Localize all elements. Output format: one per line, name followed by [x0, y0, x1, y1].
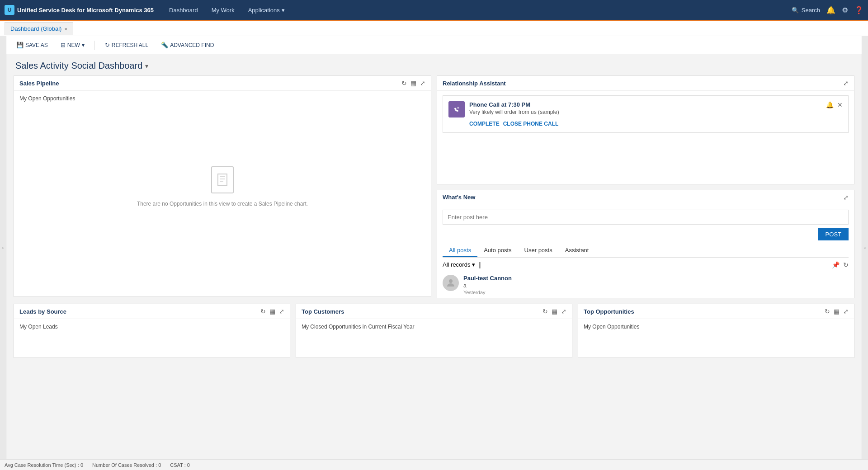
nav-applications[interactable]: Applications ▾ [242, 3, 291, 17]
bottom-row: Leads by Source ↻ ▦ ⤢ My Open Leads [14, 304, 854, 358]
opportunities-refresh-icon[interactable]: ↻ [825, 308, 830, 315]
dismiss-icon[interactable]: ✕ [837, 101, 843, 108]
relationship-assistant-title: Relationship Assistant [443, 80, 506, 87]
page-title-chevron-icon[interactable]: ▾ [145, 62, 148, 70]
customers-subtitle: My Closed Opportunities in Current Fisca… [302, 324, 566, 330]
sales-pipeline-card: Sales Pipeline ↻ ▦ ⤢ My Open Opportuniti… [14, 75, 431, 297]
sales-pipeline-chart-icon[interactable]: ▦ [410, 80, 416, 87]
leads-subtitle: My Open Leads [19, 324, 284, 330]
post-avatar-1 [443, 275, 459, 291]
nav-dashboard[interactable]: Dashboard [163, 3, 204, 17]
csat-stat: CSAT : 0 [170, 462, 190, 468]
advanced-find-button[interactable]: 🔦 ADVANCED FIND [158, 40, 217, 50]
bell-icon[interactable]: 🔔 [826, 6, 835, 14]
leads-refresh-icon[interactable]: ↻ [260, 308, 266, 315]
relationship-assistant-header: Relationship Assistant ⤢ [437, 76, 854, 91]
relationship-assistant-expand-icon[interactable]: ⤢ [843, 80, 849, 87]
filter-select-wrapper[interactable]: All records ▾ | [443, 261, 481, 268]
phone-call-card-icons: 🔔 ✕ [826, 101, 843, 127]
content-area: 💾 SAVE AS ⊞ NEW ▾ ↻ REFRESH ALL 🔦 ADVANC… [6, 36, 862, 459]
leads-by-source-title: Leads by Source [19, 308, 66, 315]
num-cases-stat: Number Of Cases Resolved : 0 [92, 462, 161, 468]
post-time-1: Yesterday [463, 290, 849, 295]
relationship-assistant-body: Phone Call at 7:30 PM Very likely will o… [437, 91, 854, 184]
filter-cursor: | [479, 261, 481, 268]
top-customers-header: Top Customers ↻ ▦ ⤢ [296, 304, 572, 319]
customers-chart-icon[interactable]: ▦ [552, 308, 557, 315]
sales-pipeline-header: Sales Pipeline ↻ ▦ ⤢ [14, 76, 431, 91]
save-icon: 💾 [16, 42, 24, 48]
tab-auto-posts[interactable]: Auto posts [477, 244, 518, 257]
leads-chart-icon[interactable]: ▦ [269, 308, 275, 315]
page-title-bar: Sales Activity Social Dashboard ▾ [6, 54, 862, 75]
filter-label: All records [443, 261, 470, 268]
whats-new-body: POST All posts Auto posts User posts Ass… [437, 205, 854, 298]
new-icon: ⊞ [61, 42, 66, 48]
tab-close-icon[interactable]: × [64, 26, 67, 32]
opportunities-expand-icon[interactable]: ⤢ [843, 308, 849, 315]
phone-call-subtitle: Very likely will order from us (sample) [469, 109, 821, 115]
toolbar: 💾 SAVE AS ⊞ NEW ▾ ↻ REFRESH ALL 🔦 ADVANC… [6, 36, 862, 54]
brand-icon: U [5, 5, 14, 15]
sales-pipeline-actions: ↻ ▦ ⤢ [401, 80, 425, 87]
customers-refresh-icon[interactable]: ↻ [542, 308, 548, 315]
top-customers-actions: ↻ ▦ ⤢ [542, 308, 566, 315]
save-as-button[interactable]: 💾 SAVE AS [14, 40, 51, 50]
opportunities-chart-icon[interactable]: ▦ [834, 308, 840, 315]
post-item-1: Paul-test Cannon a Yesterday [443, 270, 849, 298]
settings-icon[interactable]: ⚙ [842, 6, 848, 14]
new-button[interactable]: ⊞ NEW ▾ [58, 40, 87, 50]
phone-call-actions: COMPLETE CLOSE PHONE CALL [469, 121, 821, 127]
phone-call-content: Phone Call at 7:30 PM Very likely will o… [469, 101, 821, 127]
svg-rect-4 [453, 106, 460, 113]
top-opportunities-actions: ↻ ▦ ⤢ [825, 308, 849, 315]
help-icon[interactable]: ❓ [854, 6, 863, 14]
sales-pipeline-expand-icon[interactable]: ⤢ [420, 80, 425, 87]
complete-button[interactable]: COMPLETE [469, 121, 500, 127]
customers-expand-icon[interactable]: ⤢ [561, 308, 566, 315]
tab-dashboard-global[interactable]: Dashboard (Global) × [5, 22, 73, 35]
svg-point-5 [449, 279, 453, 283]
filter-row: All records ▾ | 📌 ↻ [443, 261, 849, 268]
alarm-icon[interactable]: 🔔 [826, 101, 834, 108]
pin-icon[interactable]: 📌 [832, 261, 840, 268]
right-collapse-handle[interactable]: ‹ [862, 36, 868, 459]
refresh-all-button[interactable]: ↻ REFRESH ALL [102, 40, 151, 50]
top-navigation: U Unified Service Desk for Microsoft Dyn… [0, 0, 868, 20]
status-bar: Avg Case Resolution Time (Sec) : 0 Numbe… [0, 459, 868, 470]
tab-user-posts[interactable]: User posts [518, 244, 559, 257]
tab-assistant[interactable]: Assistant [559, 244, 595, 257]
toolbar-separator [94, 41, 95, 50]
whats-new-card: What's New ⤢ POST All posts Auto pos [437, 190, 854, 299]
top-customers-card: Top Customers ↻ ▦ ⤢ My Closed Opportunit… [296, 304, 572, 358]
tab-bar: Dashboard (Global) × [0, 20, 868, 36]
left-collapse-handle[interactable]: › [0, 36, 6, 459]
nav-my-work[interactable]: My Work [205, 3, 241, 17]
leads-expand-icon[interactable]: ⤢ [279, 308, 284, 315]
post-input[interactable] [443, 210, 849, 225]
nav-links: Dashboard My Work Applications ▾ [163, 3, 792, 17]
close-phone-call-button[interactable]: CLOSE PHONE CALL [503, 121, 559, 127]
leads-by-source-header: Leads by Source ↻ ▦ ⤢ [14, 304, 290, 319]
post-button[interactable]: POST [818, 228, 849, 240]
page-title: Sales Activity Social Dashboard [15, 61, 142, 71]
top-row: Sales Pipeline ↻ ▦ ⤢ My Open Opportuniti… [14, 75, 854, 298]
whats-new-actions: ⤢ [843, 194, 849, 201]
refresh-icon: ↻ [105, 42, 110, 48]
search-icon: 🔍 [792, 7, 799, 14]
main-wrapper: › 💾 SAVE AS ⊞ NEW ▾ ↻ REFRESH ALL 🔦 ADVA… [0, 36, 868, 459]
sales-pipeline-refresh-icon[interactable]: ↻ [401, 80, 407, 87]
brand-name: Unified Service Desk for Microsoft Dynam… [17, 7, 154, 14]
top-opportunities-title: Top Opportunities [584, 308, 634, 315]
refresh-posts-icon[interactable]: ↻ [843, 261, 849, 268]
whats-new-expand-icon[interactable]: ⤢ [843, 194, 849, 201]
whats-new-header: What's New ⤢ [437, 190, 854, 205]
relationship-assistant-card: Relationship Assistant ⤢ [437, 75, 854, 184]
leads-by-source-card: Leads by Source ↻ ▦ ⤢ My Open Leads [14, 304, 290, 358]
posts-tabs: All posts Auto posts User posts Assistan… [443, 244, 849, 258]
empty-chart-icon [211, 166, 234, 193]
tab-all-posts[interactable]: All posts [443, 244, 477, 257]
sales-pipeline-title: Sales Pipeline [19, 80, 59, 87]
sales-pipeline-empty: There are no Opportunities in this view … [19, 105, 425, 268]
search-button[interactable]: 🔍 Search [792, 7, 820, 14]
